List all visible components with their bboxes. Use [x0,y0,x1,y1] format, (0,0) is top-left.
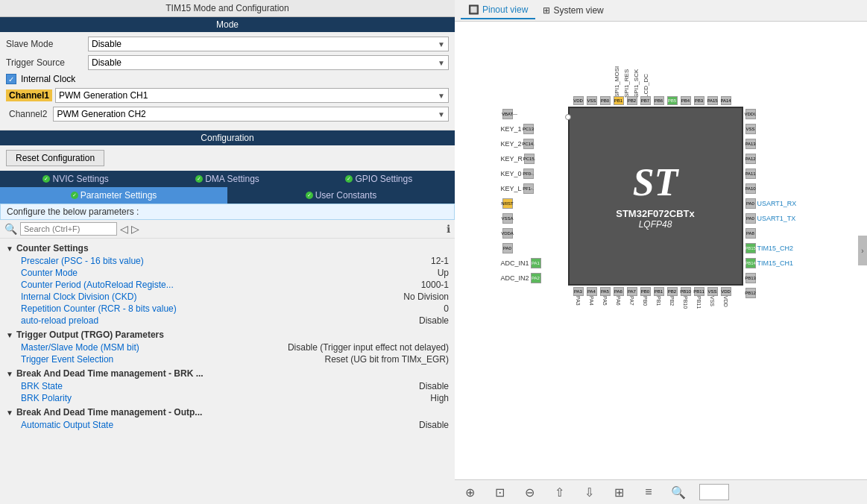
zoom-level-box [699,484,729,500]
internal-clock-checkbox[interactable]: ✓ [6,74,16,84]
trigger-output-header[interactable]: ▼ Trigger Output (TRGO) Parameters [0,328,455,341]
pin-pa4-bot: PA4PA4 [586,287,598,318]
trigger-source-value: Disable [92,57,122,68]
pin-pa13-right: PA13 [745,136,797,151]
zoom-in-icon[interactable]: ⊕ [461,483,479,501]
pin-pb10-bot: PB10PB10 [680,287,692,318]
autoreload-label: auto-reload preload [21,315,413,326]
pin-pb13-right: PB13 [745,271,797,286]
pin-pb0-top: PB0 [599,96,611,105]
brk-polarity-label: BRK Polarity [21,393,424,403]
brk-header1[interactable]: ▼ Break And Dead Time management - BRK .… [0,367,455,380]
channel2-select[interactable]: PWM Generation CH2 ▼ [53,107,449,122]
tab-nvic-settings[interactable]: ✓ NVIC Settings [0,171,151,187]
pin-pa15-top: PA15 [707,96,719,105]
nvic-circle-icon: ✓ [42,175,50,183]
channel1-row: Channel1 PWM Generation CH1 ▼ [6,88,449,103]
brk-state-value: Disable [419,381,449,391]
brk1-collapse-icon: ▼ [6,370,13,378]
pin-pb1-top: PB1 [613,96,625,105]
brk-group1: ▼ Break And Dead Time management - BRK .… [0,367,455,404]
auto-output-row: Automatic Output State Disable [0,419,455,431]
pin-vdd-top: VDD [573,96,584,105]
pin-pc15-left: KEY_R PC15. [501,151,541,166]
msm-row: Master/Slave Mode (MSM bit) Disable (Tri… [0,341,455,353]
channel1-value: PWM Generation CH1 [59,90,148,101]
pinout-icon: 🔲 [468,4,479,15]
history-forward-icon[interactable]: ▷ [131,223,139,235]
counter-settings-group: ▼ Counter Settings Prescaler (PSC - 16 b… [0,242,455,327]
pin-pa8b-right: PA8 [745,226,797,241]
fit-view-icon[interactable]: ⊡ [491,483,508,501]
zoom-out-icon[interactable]: ⊖ [520,483,538,501]
pin-vbat-left: VBAT [501,107,541,122]
counter-period-label: Counter Period (AutoReload Registe... [21,280,415,290]
search-input[interactable] [20,222,117,236]
rcr-label: Repetition Counter (RCR - 8 bits value) [21,303,438,314]
chip-body: ST STM32F072CBTx LQFP48 [568,107,743,286]
tab-system-view[interactable]: ⊞ System view [535,2,611,19]
pin-pb2-bot: PB2PB2 [666,287,678,318]
slave-mode-label: Slave Mode [6,39,88,49]
right-expand-icon[interactable]: › [858,236,867,265]
trigger-event-row: Trigger Event Selection Reset (UG bit fr… [0,353,455,365]
pin-pc13-left: KEY_1 PC13 [501,122,541,136]
tab-pinout-view[interactable]: 🔲 Pinout view [461,1,535,19]
auto-output-value: Disable [419,420,449,430]
tabs-row2: ✓ Parameter Settings ✓ User Constants [0,187,455,204]
right-top-bar: 🔲 Pinout view ⊞ System view [455,0,867,22]
left-pins: VBAT KEY_1 PC13 KEY_2 PC14. [501,107,541,286]
export-icon[interactable]: ⇧ [550,483,568,501]
pin-pb15-right: PB15 TIM15_CH2 [745,241,797,256]
panel-title: TIM15 Mode and Configuration [0,0,455,17]
search-icon[interactable]: 🔍 [4,223,17,235]
system-icon: ⊞ [543,5,550,16]
pin-vss-right: VSS [745,122,797,136]
slave-mode-select[interactable]: Disable ▼ [88,37,449,51]
tab-gpio-label: GPIO Settings [355,174,412,184]
brk-state-row: BRK State Disable [0,380,455,392]
config-section-header: Configuration [0,130,455,145]
autoreload-value: Disable [419,315,449,326]
pin-pb3-top: PB3 [693,96,705,105]
pin-pb1-bot: PB1PB1 [653,287,665,318]
reset-config-button[interactable]: Reset Configuration [6,150,104,166]
rcr-value: 0 [444,303,449,314]
import-icon[interactable]: ⇩ [580,483,598,501]
tab-nvic-label: NVIC Settings [52,174,108,184]
ckd-value: No Division [403,292,449,302]
grid-icon[interactable]: ⊞ [610,483,628,501]
internal-clock-row: ✓ Internal Clock [6,74,449,84]
msm-label: Master/Slave Mode (MSM bit) [21,342,282,353]
channel1-arrow: ▼ [438,92,445,100]
trigger-source-select[interactable]: Disable ▼ [88,55,449,70]
params-tree: ▼ Counter Settings Prescaler (PSC - 16 b… [0,239,455,504]
search-chip-icon[interactable]: 🔍 [669,483,687,501]
pin-pa14-top: PA14 [720,96,732,105]
chip-logo: ST [633,163,678,202]
tab-parameter-settings[interactable]: ✓ Parameter Settings [0,187,227,204]
counter-settings-header[interactable]: ▼ Counter Settings [0,242,455,255]
pin-pa0-left: PA0 [501,241,541,256]
pin-pb2-top: PB2 [626,96,638,105]
dma-circle-icon: ✓ [195,175,203,183]
trgo-collapse-icon: ▼ [6,331,13,339]
pin-nrst-left: NRST [501,196,541,211]
pin-pf1-left: KEY_L PF1-. [501,181,541,196]
tab-user-constants[interactable]: ✓ User Constants [227,187,455,204]
gpio-circle-icon: ✓ [345,175,353,183]
chip-view-area: SPI1_MOSI SPI1_RES SPI1_SCK LCD_DC VDD V… [455,22,867,479]
pin-pa7-bot: PA7PA7 [626,287,638,318]
layer-icon[interactable]: ≡ [640,483,658,501]
pin-pb14-right: PB14 TIM15_CH1 [745,256,797,271]
history-back-icon[interactable]: ◁ [120,223,128,235]
slave-mode-value: Disable [92,39,122,49]
tab-dma-settings[interactable]: ✓ DMA Settings [151,171,303,187]
channel2-arrow: ▼ [438,110,445,119]
channel1-select[interactable]: PWM Generation CH1 ▼ [55,88,449,103]
autoreload-row: auto-reload preload Disable [0,315,455,327]
brk-header2[interactable]: ▼ Break And Dead Time management - Outp.… [0,406,455,419]
channel2-row: Channel2 PWM Generation CH2 ▼ [6,107,449,122]
tab-gpio-settings[interactable]: ✓ GPIO Settings [303,171,455,187]
pin-pa10-right: PA10 [745,181,797,196]
